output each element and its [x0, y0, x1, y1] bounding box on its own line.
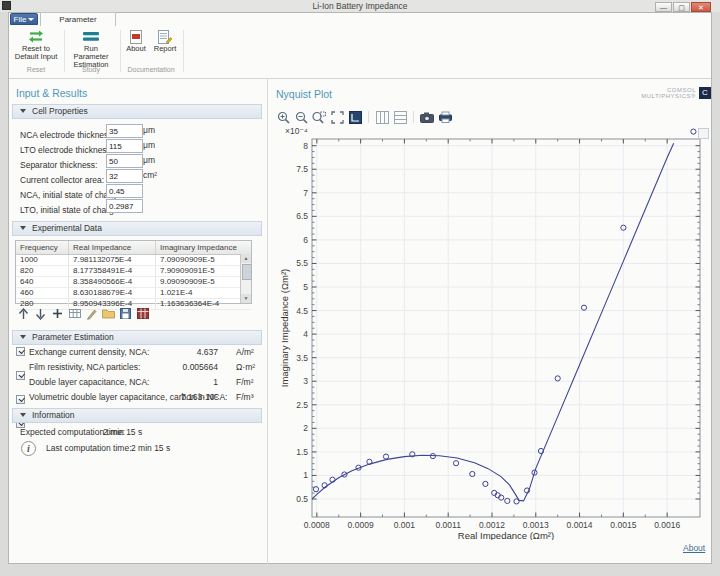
edit-icon[interactable] [85, 307, 98, 320]
reset-button-label: Reset to Default Input [14, 45, 58, 61]
load-file-icon[interactable] [102, 307, 115, 320]
y-grid-icon[interactable] [393, 110, 407, 124]
experimental-data-table[interactable]: Frequency Real Impedance Imaginary Imped… [15, 240, 252, 304]
reset-to-default-button[interactable]: Reset to Default Input [14, 28, 58, 61]
axis-limits-icon[interactable] [348, 110, 362, 124]
scroll-down-icon[interactable]: ▼ [241, 294, 251, 303]
collapse-icon [20, 226, 26, 230]
svg-text:5: 5 [303, 282, 308, 292]
left-panel-title: Input & Results [16, 87, 87, 99]
cell: 640 [16, 277, 69, 287]
column-header-real[interactable]: Real Impedance [69, 241, 156, 254]
report-button[interactable]: Report [151, 28, 179, 53]
section-label: Cell Properties [32, 106, 88, 116]
last-time-label: Last computation time: [46, 443, 132, 453]
move-down-icon[interactable] [34, 307, 47, 320]
section-information[interactable]: Information [12, 408, 262, 423]
zoom-out-icon[interactable] [294, 110, 308, 124]
group-caption-study: Study [64, 66, 118, 73]
table-scrollbar[interactable]: ▲ ▼ [240, 254, 251, 303]
svg-text:7: 7 [303, 188, 308, 198]
add-row-icon[interactable] [51, 307, 64, 320]
collector-area-input[interactable] [106, 169, 143, 183]
section-label: Experimental Data [32, 223, 102, 233]
column-header-frequency[interactable]: Frequency [16, 241, 69, 254]
maximize-button[interactable]: ▢ [673, 2, 690, 12]
reset-icon [14, 28, 58, 45]
tab-parameter-estimation[interactable]: Parameter Estimation [40, 12, 116, 26]
zoom-extents-icon[interactable] [330, 110, 344, 124]
about-button[interactable]: About [123, 28, 149, 53]
table-row[interactable]: 460 8.630188679E-4 1.021E-4 [16, 288, 251, 299]
window-title: Li-Ion Battery Impedance [0, 0, 720, 12]
clear-table-icon[interactable] [68, 307, 81, 320]
panel-divider [267, 79, 268, 564]
nca-soc-input[interactable] [106, 184, 143, 198]
cell: 7.981132075E-4 [69, 255, 156, 265]
checkbox-exchange-current[interactable] [16, 347, 25, 356]
about-link[interactable]: About [683, 543, 705, 553]
table-row[interactable]: 640 8.358490566E-4 9.09090909E-5 [16, 277, 251, 288]
param-unit: F/m³ [236, 391, 253, 403]
cell: 7.90909091E-5 [156, 266, 241, 276]
svg-text:0.0016: 0.0016 [654, 520, 680, 530]
zoom-in-icon[interactable] [276, 110, 290, 124]
param-value: 7.163·10⁵ [174, 391, 218, 403]
table-header-row: Frequency Real Impedance Imaginary Imped… [16, 241, 251, 255]
copy-table-icon[interactable] [136, 307, 149, 320]
checkbox-double-layer[interactable] [16, 395, 25, 404]
column-header-imaginary[interactable]: Imaginary Impedance [156, 241, 241, 254]
cell: 460 [16, 288, 69, 298]
lto-thickness-input[interactable] [106, 139, 143, 153]
scroll-up-icon[interactable]: ▲ [241, 254, 251, 263]
cell: 820 [16, 266, 69, 276]
save-file-icon[interactable] [119, 307, 132, 320]
plot-scroll-button[interactable] [698, 128, 709, 139]
info-icon: i [21, 441, 36, 456]
svg-text:0.001: 0.001 [394, 520, 416, 530]
svg-text:Imaginary Impedance (Ωm²): Imaginary Impedance (Ωm²) [280, 269, 290, 388]
expected-time-value: 2 min 15 s [103, 427, 142, 437]
x-grid-icon[interactable] [375, 110, 389, 124]
minimize-button[interactable]: — [655, 2, 672, 12]
svg-text:0.0012: 0.0012 [479, 520, 505, 530]
cell: 8.358490566E-4 [69, 277, 156, 287]
toolbar-separator [413, 111, 414, 123]
scrollbar-thumb[interactable] [242, 264, 252, 280]
svg-text:8: 8 [303, 141, 308, 151]
print-icon[interactable] [438, 110, 452, 124]
plot-title: Nyquist Plot [276, 88, 332, 100]
file-menu-label: File [14, 15, 27, 24]
collapse-icon [20, 109, 26, 113]
comsol-logo-icon: C [699, 87, 711, 99]
about-button-label: About [123, 45, 149, 53]
field-unit: μm [143, 154, 155, 167]
lto-soc-input[interactable] [106, 199, 143, 213]
cell: 1.163636364E-4 [156, 299, 241, 309]
svg-text:4.5: 4.5 [296, 306, 308, 316]
param-label: Double layer capacitance, NCA: [29, 376, 149, 388]
table-row[interactable]: 820 8.177358491E-4 7.90909091E-5 [16, 266, 251, 277]
section-parameter-estimation[interactable]: Parameter Estimation [12, 330, 262, 345]
param-value: 4.637 [174, 346, 218, 358]
comsol-brand: COMSOL MULTIPHYSICS® [640, 87, 696, 99]
move-up-icon[interactable] [17, 307, 30, 320]
run-parameter-estimation-button[interactable]: Run Parameter Estimation [66, 28, 116, 69]
checkbox-film-resistivity[interactable] [16, 371, 25, 380]
report-button-label: Report [151, 45, 179, 53]
nca-thickness-input[interactable] [106, 124, 143, 138]
section-cell-properties[interactable]: Cell Properties [12, 104, 262, 119]
table-row[interactable]: 1000 7.981132075E-4 7.09090909E-5 [16, 255, 251, 266]
zoom-box-icon[interactable] [312, 110, 326, 124]
separator-thickness-input[interactable] [106, 154, 143, 168]
section-experimental-data[interactable]: Experimental Data [12, 221, 262, 236]
maximize-icon: ▢ [678, 4, 685, 11]
ribbon-divider [9, 78, 711, 79]
collapse-icon [20, 335, 26, 339]
svg-text:2.5: 2.5 [296, 400, 308, 410]
minimize-icon: — [660, 4, 667, 11]
nyquist-chart[interactable]: 0.00080.00090.0010.00110.00120.00130.001… [280, 126, 704, 540]
file-menu-button[interactable]: File [10, 13, 38, 25]
close-button[interactable]: ✕ [691, 2, 711, 12]
snapshot-camera-icon[interactable] [420, 110, 434, 124]
